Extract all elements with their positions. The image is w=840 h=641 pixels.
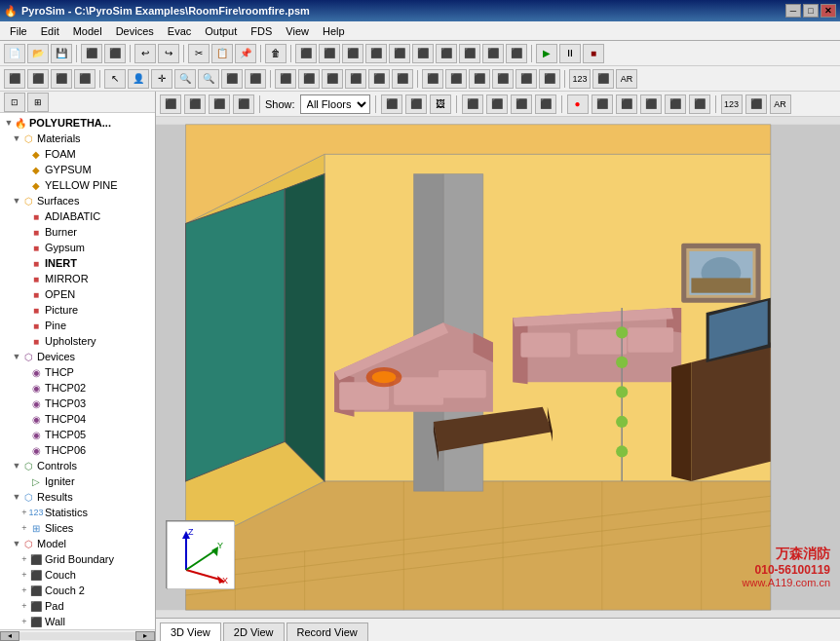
tree-inert[interactable]: ■ INERT xyxy=(0,255,155,271)
tb2-btn-10[interactable]: ⬛ xyxy=(221,69,243,89)
paste-button[interactable]: 📌 xyxy=(235,44,256,63)
run-button[interactable]: ▶ xyxy=(536,44,557,63)
tb-btn-x6[interactable]: ⬛ xyxy=(412,44,434,63)
view-tb-ar[interactable]: AR xyxy=(770,94,791,114)
menu-help[interactable]: Help xyxy=(317,23,351,39)
view-tb-16[interactable]: ⬛ xyxy=(665,94,686,114)
tb2-btn-3[interactable]: ⬛ xyxy=(51,69,72,89)
view-tb-14[interactable]: ⬛ xyxy=(616,94,637,114)
tb2-btn-ar[interactable]: AR xyxy=(616,69,637,89)
tb2-btn-15[interactable]: ⬛ xyxy=(345,69,366,89)
tree-wall[interactable]: + ⬛ Wall xyxy=(0,614,155,629)
tb-btn-6[interactable]: ⬛ xyxy=(104,44,126,63)
tab-recordview[interactable]: Record View xyxy=(286,622,368,641)
view-tb-2[interactable]: ⬛ xyxy=(184,94,206,114)
tree-thcp[interactable]: ◉ THCP xyxy=(0,364,155,380)
tree-yellowpine[interactable]: ◆ YELLOW PINE xyxy=(0,177,155,193)
tb-btn-5[interactable]: ⬛ xyxy=(81,44,102,63)
tree-couch2[interactable]: + ⬛ Couch 2 xyxy=(0,583,155,598)
tree-adiabatic[interactable]: ■ ADIABATIC xyxy=(0,208,155,224)
tab-3dview[interactable]: 3D View xyxy=(160,622,221,641)
tree-hscrollbar[interactable]: ◂ ▸ xyxy=(0,629,155,641)
tb-btn-x10[interactable]: ⬛ xyxy=(506,44,527,63)
tree-couch[interactable]: + ⬛ Couch xyxy=(0,567,155,583)
menu-model[interactable]: Model xyxy=(67,23,108,39)
view-tb-6[interactable]: ⬛ xyxy=(405,94,427,114)
menu-devices[interactable]: Devices xyxy=(110,23,160,39)
tb-btn-x5[interactable]: ⬛ xyxy=(389,44,410,63)
tb2-btn-8[interactable]: 🔍 xyxy=(174,69,196,89)
tb2-btn-23[interactable]: ⬛ xyxy=(539,69,560,89)
menu-fds[interactable]: FDS xyxy=(245,23,278,39)
save-button[interactable]: 💾 xyxy=(51,44,72,63)
tb2-btn-14[interactable]: ⬛ xyxy=(322,69,343,89)
close-button[interactable]: ✕ xyxy=(821,4,836,18)
view-tb-10[interactable]: ⬛ xyxy=(511,94,532,114)
tb2-btn-20[interactable]: ⬛ xyxy=(469,69,490,89)
view-tb-1[interactable]: ⬛ xyxy=(160,94,181,114)
tree-results[interactable]: ▼ ⬡ Results xyxy=(0,489,155,505)
view-tb-13[interactable]: ⬛ xyxy=(592,94,613,114)
tb2-btn-4[interactable]: ⬛ xyxy=(74,69,95,89)
menu-edit[interactable]: Edit xyxy=(35,23,65,39)
minimize-button[interactable]: ─ xyxy=(785,4,801,18)
view-tb-7[interactable]: 🖼 xyxy=(430,94,451,114)
titlebar-controls[interactable]: ─ □ ✕ xyxy=(785,4,836,18)
tb-btn-x7[interactable]: ⬛ xyxy=(436,44,457,63)
tb2-btn-17[interactable]: ⬛ xyxy=(392,69,413,89)
tb-btn-x4[interactable]: ⬛ xyxy=(365,44,387,63)
hscroll-left[interactable]: ◂ xyxy=(0,631,19,641)
tb2-btn-19[interactable]: ⬛ xyxy=(445,69,467,89)
tree-gypsum-surf[interactable]: ■ Gypsum xyxy=(0,240,155,255)
view-tb-3[interactable]: ⬛ xyxy=(209,94,230,114)
tree-thcp05[interactable]: ◉ THCP05 xyxy=(0,427,155,442)
tree-surfaces[interactable]: ▼ ⬡ Surfaces xyxy=(0,193,155,208)
tree-tb-2[interactable]: ⊞ xyxy=(27,93,49,112)
tree-pine[interactable]: ■ Pine xyxy=(0,318,155,333)
tree-controls[interactable]: ▼ ⬡ Controls xyxy=(0,458,155,473)
menu-evac[interactable]: Evac xyxy=(162,23,197,39)
menu-view[interactable]: View xyxy=(280,23,315,39)
tb2-btn-1[interactable]: ⬛ xyxy=(4,69,25,89)
tab-2dview[interactable]: 2D View xyxy=(223,622,285,641)
tree-devices[interactable]: ▼ ⬡ Devices xyxy=(0,349,155,364)
tb2-btn-24[interactable]: 123 xyxy=(569,69,591,89)
tree-burner[interactable]: ■ Burner xyxy=(0,224,155,240)
open-button[interactable]: 📂 xyxy=(27,44,49,63)
copy-button[interactable]: 📋 xyxy=(211,44,233,63)
new-button[interactable]: 📄 xyxy=(4,44,25,63)
tree-tb-1[interactable]: ⊡ xyxy=(4,93,25,112)
view-tb-12[interactable]: ● xyxy=(567,94,589,114)
menu-output[interactable]: Output xyxy=(199,23,243,39)
tree-pad[interactable]: + ⬛ Pad xyxy=(0,598,155,614)
tree-thcp04[interactable]: ◉ THCP04 xyxy=(0,411,155,427)
3d-canvas[interactable]: Z X Y 万森消防 010-56100119 www.A119.com.cn xyxy=(156,117,840,618)
tree-root[interactable]: ▼ 🔥 POLYURETHA... xyxy=(0,115,155,131)
tree-gypsum-mat[interactable]: ◆ GYPSUM xyxy=(0,162,155,177)
tb-btn-x3[interactable]: ⬛ xyxy=(342,44,363,63)
menu-file[interactable]: File xyxy=(4,23,33,39)
view-tb-15[interactable]: ⬛ xyxy=(640,94,662,114)
cut-button[interactable]: ✂ xyxy=(188,44,210,63)
tb-btn-x8[interactable]: ⬛ xyxy=(459,44,480,63)
tb2-btn-21[interactable]: ⬛ xyxy=(492,69,514,89)
tb2-btn-11[interactable]: ⬛ xyxy=(245,69,266,89)
tree-mirror[interactable]: ■ MIRROR xyxy=(0,271,155,286)
tb2-btn-22[interactable]: ⬛ xyxy=(515,69,537,89)
view-tb-17[interactable]: ⬛ xyxy=(689,94,710,114)
tb2-btn-18[interactable]: ⬛ xyxy=(422,69,443,89)
tree-model[interactable]: ▼ ⬡ Model xyxy=(0,536,155,551)
view-tb-9[interactable]: ⬛ xyxy=(486,94,508,114)
tb-btn-x2[interactable]: ⬛ xyxy=(319,44,340,63)
tb2-btn-16[interactable]: ⬛ xyxy=(368,69,390,89)
tb2-btn-12[interactable]: ⬛ xyxy=(275,69,296,89)
tb-btn-x1[interactable]: ⬛ xyxy=(295,44,317,63)
tree-thcp03[interactable]: ◉ THCP03 xyxy=(0,396,155,411)
tree-thcp06[interactable]: ◉ THCP06 xyxy=(0,442,155,458)
view-tb-18[interactable]: 123 xyxy=(721,94,743,114)
view-tb-8[interactable]: ⬛ xyxy=(462,94,483,114)
tb2-btn-25[interactable]: ⬛ xyxy=(592,69,614,89)
view-tb-19[interactable]: ⬛ xyxy=(745,94,767,114)
tb2-btn-9[interactable]: 🔍 xyxy=(198,69,219,89)
tree-materials[interactable]: ▼ ⬡ Materials xyxy=(0,131,155,146)
